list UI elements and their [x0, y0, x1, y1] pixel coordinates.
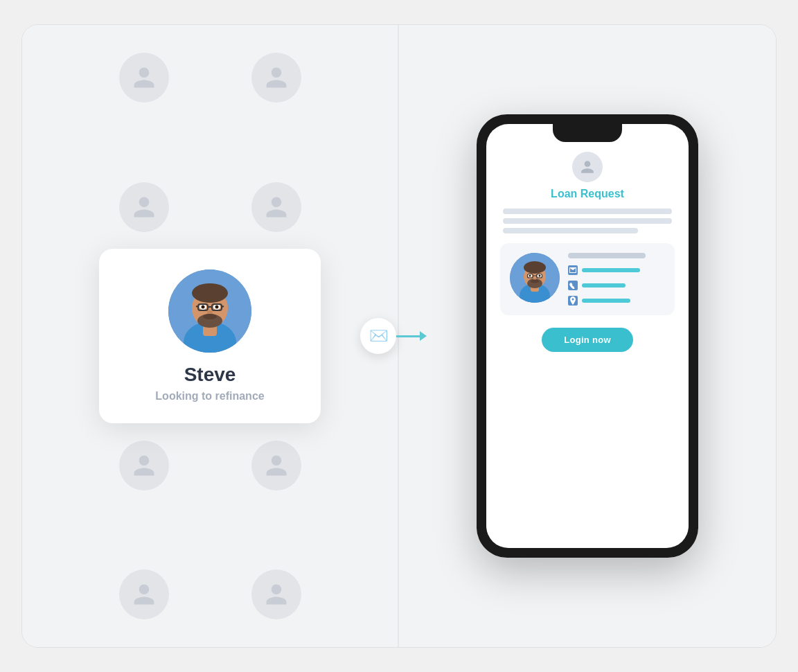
right-panel: ✉️ Loan Request [399, 25, 776, 647]
phone-contact-info [568, 253, 665, 306]
svg-line-14 [222, 306, 224, 307]
svg-point-8 [202, 306, 205, 309]
phone-line [503, 218, 672, 224]
contact-name-line [568, 253, 646, 258]
phone-avatar-small [572, 152, 603, 182]
phone-screen: Loan Request [486, 124, 689, 548]
email-line [582, 268, 640, 272]
phone-loan-title: Loan Request [500, 188, 675, 200]
phone-line-contact [582, 283, 626, 288]
address-icon [568, 296, 578, 306]
phone-notch [553, 124, 622, 142]
svg-point-4 [192, 283, 228, 303]
connector: ✉️ [360, 318, 421, 354]
avatar-placeholder [251, 569, 301, 619]
profile-card: Steve Looking to refinance [99, 249, 321, 423]
phone-contact-card [500, 243, 675, 315]
phone-line [503, 228, 638, 233]
avatar-placeholder [251, 441, 301, 490]
avatar [168, 269, 251, 353]
avatar-placeholder [251, 53, 301, 103]
avatar-placeholder [119, 182, 169, 232]
arrow-line [396, 335, 421, 337]
envelope-circle: ✉️ [360, 318, 396, 354]
phone-contact-avatar [510, 253, 560, 303]
avatar-placeholder [119, 441, 169, 490]
address-line [582, 299, 630, 303]
phone-line [503, 209, 672, 214]
contact-info-row-email [568, 265, 665, 275]
avatar-placeholder [119, 53, 169, 103]
svg-point-21 [524, 261, 546, 274]
contact-info-row-address [568, 296, 665, 306]
outer-card: Steve Looking to refinance ✉️ Loan Reque… [21, 24, 777, 648]
phone-mockup: Loan Request [477, 114, 698, 558]
login-now-button[interactable]: Login now [542, 328, 633, 352]
svg-point-31 [531, 280, 539, 283]
svg-line-13 [196, 306, 198, 307]
avatar-placeholder [251, 182, 301, 232]
phone-icon [568, 281, 578, 290]
contact-info-row-phone [568, 281, 665, 290]
svg-point-16 [203, 314, 217, 319]
profile-name: Steve [184, 364, 236, 386]
profile-subtitle: Looking to refinance [155, 390, 264, 403]
envelope-icon: ✉️ [369, 327, 388, 345]
avatar-placeholder [119, 569, 169, 619]
left-panel: Steve Looking to refinance [22, 25, 399, 647]
svg-point-25 [529, 275, 531, 277]
phone-text-lines [500, 209, 675, 233]
email-icon [568, 265, 578, 275]
svg-point-26 [539, 275, 541, 277]
svg-point-9 [215, 306, 219, 309]
